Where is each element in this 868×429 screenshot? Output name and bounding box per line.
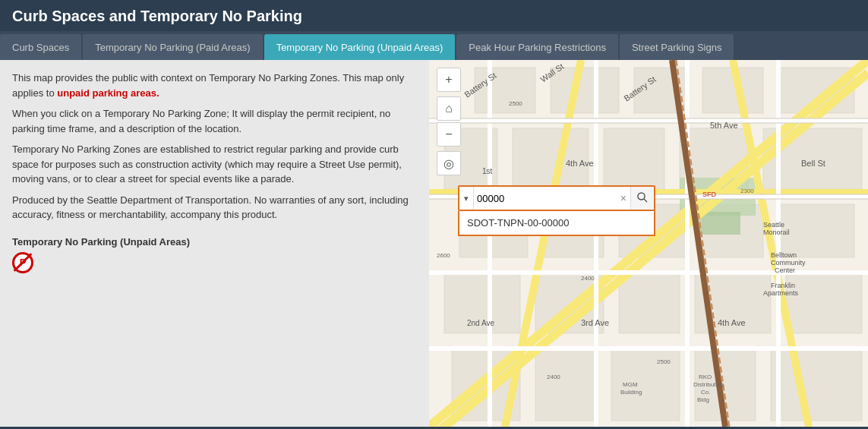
tab-bar: Curb Spaces Temporary No Parking (Paid A…	[0, 31, 868, 60]
svg-text:4th Ave: 4th Ave	[718, 318, 746, 327]
svg-text:MGM: MGM	[623, 381, 638, 388]
search-container: ▾ × SDOT-TNPN-00-00000	[458, 185, 655, 236]
svg-text:RKO: RKO	[699, 374, 712, 380]
search-row: ▾ ×	[458, 185, 655, 211]
svg-text:Bldg: Bldg	[697, 396, 709, 403]
legend-area: Temporary No Parking (Unpaid Areas)	[12, 236, 417, 273]
map-area[interactable]: Wall St Battery St Battery St Battery St…	[429, 60, 868, 427]
legend-title: Temporary No Parking (Unpaid Areas)	[12, 236, 417, 248]
svg-text:5th Ave: 5th Ave	[710, 121, 738, 130]
svg-rect-25	[771, 349, 862, 421]
svg-text:3rd Ave: 3rd Ave	[581, 318, 609, 327]
info-paragraph-3: Temporary No Parking Zones are establish…	[12, 142, 417, 187]
svg-text:Franklin: Franklin	[771, 282, 795, 289]
no-parking-icon	[12, 252, 33, 273]
svg-text:Community: Community	[771, 259, 806, 267]
svg-text:Seattle: Seattle	[763, 221, 784, 229]
svg-text:2300: 2300	[740, 188, 754, 194]
svg-text:Co.: Co.	[701, 389, 710, 396]
left-panel: This map provides the public with contex…	[0, 60, 429, 427]
info-paragraph-2: When you click on a Temporary No Parking…	[12, 106, 417, 136]
svg-text:1st: 1st	[482, 167, 493, 175]
app-header: Curb Spaces and Temporary No Parking	[0, 0, 868, 31]
svg-point-78	[638, 193, 645, 200]
svg-text:Distributing: Distributing	[693, 381, 724, 388]
svg-text:2400: 2400	[581, 275, 595, 282]
svg-rect-8	[604, 128, 664, 189]
location-icon: ◎	[443, 156, 454, 171]
svg-text:Bell St: Bell St	[801, 159, 825, 168]
search-input[interactable]	[474, 187, 617, 210]
main-content: This map provides the public with contex…	[0, 60, 868, 427]
search-clear-button[interactable]: ×	[617, 192, 630, 204]
svg-line-79	[644, 199, 647, 202]
home-icon: ⌂	[445, 102, 453, 115]
app-title: Curb Spaces and Temporary No Parking	[12, 8, 302, 24]
svg-rect-20	[786, 273, 862, 333]
svg-text:Center: Center	[775, 267, 795, 274]
tab-temp-no-parking-unpaid[interactable]: Temporary No Parking (Unpaid Areas)	[264, 34, 456, 60]
svg-text:Belltown: Belltown	[771, 251, 797, 259]
svg-text:2400: 2400	[547, 374, 560, 380]
svg-rect-22	[535, 349, 596, 421]
map-controls: + ⌂ − ◎	[437, 68, 461, 175]
svg-text:2500: 2500	[657, 358, 671, 365]
info-attribution: Produced by the Seattle Department of Tr…	[12, 193, 417, 222]
tab-peak-hour[interactable]: Peak Hour Parking Restrictions	[456, 34, 618, 60]
search-button[interactable]	[630, 187, 654, 210]
svg-rect-2	[551, 68, 619, 113]
search-icon	[637, 192, 648, 205]
tab-temp-no-parking-paid[interactable]: Temporary No Parking (Paid Areas)	[83, 34, 262, 60]
legend-item-no-parking	[12, 252, 417, 273]
chevron-down-icon: ▾	[464, 194, 469, 203]
svg-text:2nd Ave: 2nd Ave	[467, 319, 494, 327]
svg-text:4th Ave: 4th Ave	[566, 159, 594, 168]
svg-rect-15	[778, 204, 854, 257]
red-link-unpaid[interactable]: unpaid parking areas.	[57, 87, 159, 99]
svg-rect-1	[475, 68, 535, 113]
svg-text:Apartments: Apartments	[763, 289, 799, 297]
zoom-out-button[interactable]: −	[437, 122, 461, 147]
info-paragraph-1: This map provides the public with contex…	[12, 71, 417, 100]
svg-text:Monorail: Monorail	[763, 229, 790, 236]
tab-street-parking-signs[interactable]: Street Parking Signs	[620, 34, 734, 60]
home-button[interactable]: ⌂	[437, 96, 461, 121]
svg-rect-18	[619, 273, 680, 333]
svg-text:2500: 2500	[509, 100, 522, 107]
search-result-item[interactable]: SDOT-TNPN-00-00000	[458, 211, 655, 236]
svg-text:Building: Building	[620, 389, 642, 396]
tab-curb-spaces[interactable]: Curb Spaces	[0, 34, 81, 60]
location-button[interactable]: ◎	[437, 151, 461, 175]
svg-text:2600: 2600	[437, 252, 450, 259]
zoom-in-button[interactable]: +	[437, 68, 461, 92]
svg-text:SFD: SFD	[702, 191, 717, 198]
map-background: Wall St Battery St Battery St Battery St…	[429, 60, 868, 427]
search-dropdown-button[interactable]: ▾	[459, 187, 474, 210]
